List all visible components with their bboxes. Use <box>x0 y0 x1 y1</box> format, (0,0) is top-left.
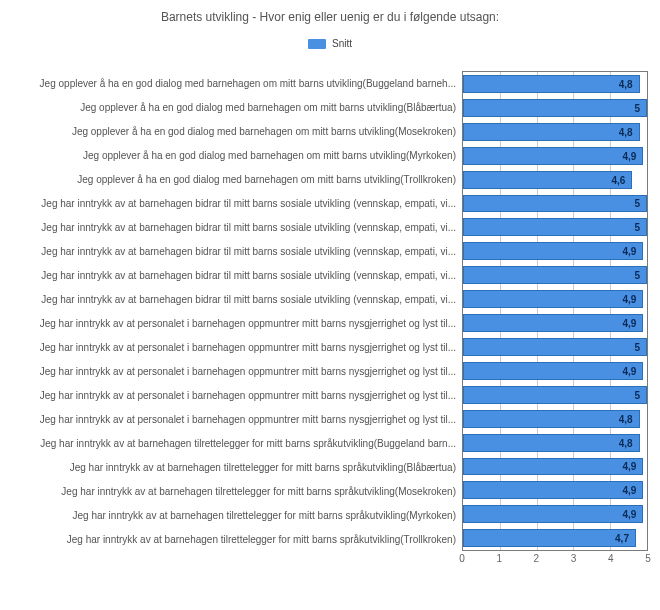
category-label: Jeg har inntrykk av at personalet i barn… <box>12 342 462 353</box>
bar-slot: 4,7 <box>463 526 647 550</box>
bar <box>463 362 643 380</box>
bar-slot: 4,9 <box>463 287 647 311</box>
bar-value-label: 4,9 <box>619 150 639 161</box>
y-axis-labels: Jeg opplever å ha en god dialog med barn… <box>12 71 462 551</box>
bar-value-label: 4,9 <box>619 294 639 305</box>
category-label: Jeg har inntrykk av at barnehagen tilret… <box>12 462 462 473</box>
bar <box>463 218 647 236</box>
bar-slot: 4,9 <box>463 311 647 335</box>
category-label: Jeg har inntrykk av at personalet i barn… <box>12 318 462 329</box>
bar-slot: 4,9 <box>463 502 647 526</box>
bar <box>463 242 643 260</box>
bar-slot: 4,8 <box>463 72 647 96</box>
bar-value-label: 4,9 <box>619 246 639 257</box>
category-label: Jeg opplever å ha en god dialog med barn… <box>12 78 462 89</box>
category-label: Jeg opplever å ha en god dialog med barn… <box>12 174 462 185</box>
bar-slot: 4,9 <box>463 478 647 502</box>
bar-value-label: 4,9 <box>619 318 639 329</box>
bar-slot: 4,8 <box>463 120 647 144</box>
bar-slot: 5 <box>463 215 647 239</box>
bar-slot: 4,8 <box>463 407 647 431</box>
bars-area: 4,854,84,94,6554,954,94,954,954,84,84,94… <box>462 71 648 551</box>
bar-value-label: 5 <box>631 222 643 233</box>
bar-value-label: 5 <box>631 270 643 281</box>
bar-slot: 4,9 <box>463 359 647 383</box>
category-label: Jeg har inntrykk av at barnehagen bidrar… <box>12 198 462 209</box>
x-tick: 2 <box>534 553 540 564</box>
bar-slot: 5 <box>463 96 647 120</box>
chart-legend: Snitt <box>12 38 648 49</box>
category-label: Jeg har inntrykk av at barnehagen bidrar… <box>12 222 462 233</box>
bar-value-label: 4,9 <box>619 509 639 520</box>
chart-title: Barnets utvikling - Hvor enig eller ueni… <box>12 10 648 24</box>
bar-slot: 5 <box>463 263 647 287</box>
bar <box>463 123 640 141</box>
category-label: Jeg har inntrykk av at personalet i barn… <box>12 390 462 401</box>
bar-slot: 4,9 <box>463 144 647 168</box>
bar-value-label: 5 <box>631 341 643 352</box>
bar-value-label: 5 <box>631 102 643 113</box>
bars: 4,854,84,94,6554,954,94,954,954,84,84,94… <box>463 72 647 550</box>
bar <box>463 386 647 404</box>
bar-value-label: 4,9 <box>619 365 639 376</box>
bar <box>463 481 643 499</box>
category-label: Jeg har inntrykk av at barnehagen bidrar… <box>12 246 462 257</box>
bar-value-label: 5 <box>631 389 643 400</box>
category-label: Jeg har inntrykk av at barnehagen tilret… <box>12 534 462 545</box>
bar <box>463 195 647 213</box>
bar <box>463 147 643 165</box>
chart-container: Barnets utvikling - Hvor enig eller ueni… <box>0 0 660 610</box>
category-label: Jeg opplever å ha en god dialog med barn… <box>12 102 462 113</box>
bar <box>463 410 640 428</box>
x-tick: 1 <box>496 553 502 564</box>
bar-slot: 4,9 <box>463 455 647 479</box>
bar <box>463 529 636 547</box>
bar-slot: 4,9 <box>463 239 647 263</box>
bar-value-label: 4,6 <box>608 174 628 185</box>
bar-value-label: 4,8 <box>616 413 636 424</box>
category-label: Jeg har inntrykk av at barnehagen tilret… <box>12 486 462 497</box>
legend-swatch <box>308 39 326 49</box>
legend-label: Snitt <box>332 38 352 49</box>
x-tick: 3 <box>571 553 577 564</box>
bar-slot: 5 <box>463 383 647 407</box>
category-label: Jeg har inntrykk av at personalet i barn… <box>12 414 462 425</box>
category-label: Jeg opplever å ha en god dialog med barn… <box>12 126 462 137</box>
bar-value-label: 5 <box>631 198 643 209</box>
bar <box>463 338 647 356</box>
x-axis: 012345 <box>462 553 648 571</box>
bar <box>463 99 647 117</box>
bar-value-label: 4,8 <box>616 437 636 448</box>
category-label: Jeg har inntrykk av at personalet i barn… <box>12 366 462 377</box>
bar <box>463 434 640 452</box>
bar <box>463 314 643 332</box>
bar <box>463 458 643 476</box>
category-label: Jeg har inntrykk av at barnehagen bidrar… <box>12 294 462 305</box>
x-tick: 0 <box>459 553 465 564</box>
bar-slot: 5 <box>463 335 647 359</box>
bar <box>463 290 643 308</box>
category-label: Jeg har inntrykk av at barnehagen bidrar… <box>12 270 462 281</box>
bar <box>463 171 632 189</box>
bar <box>463 75 640 93</box>
category-label: Jeg opplever å ha en god dialog med barn… <box>12 150 462 161</box>
bar-slot: 4,6 <box>463 168 647 192</box>
bar-value-label: 4,9 <box>619 461 639 472</box>
x-tick: 4 <box>608 553 614 564</box>
category-label: Jeg har inntrykk av at barnehagen tilret… <box>12 510 462 521</box>
bar <box>463 505 643 523</box>
bar-value-label: 4,7 <box>612 533 632 544</box>
bar-value-label: 4,8 <box>616 126 636 137</box>
bar-slot: 4,8 <box>463 431 647 455</box>
category-label: Jeg har inntrykk av at barnehagen tilret… <box>12 438 462 449</box>
bar <box>463 266 647 284</box>
plot-area: Jeg opplever å ha en god dialog med barn… <box>12 71 648 551</box>
bar-value-label: 4,8 <box>616 78 636 89</box>
bar-slot: 5 <box>463 192 647 216</box>
x-tick: 5 <box>645 553 651 564</box>
bar-value-label: 4,9 <box>619 485 639 496</box>
